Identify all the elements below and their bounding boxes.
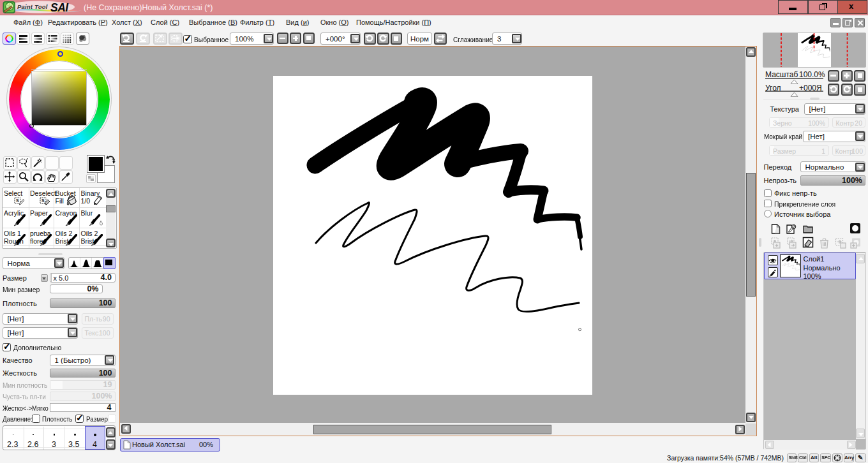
svg-text:SAI: SAI xyxy=(50,1,69,14)
svg-text:Paint Tool: Paint Tool xyxy=(17,3,48,10)
svg-text:S: S xyxy=(41,198,45,203)
svg-text:S: S xyxy=(16,198,19,203)
